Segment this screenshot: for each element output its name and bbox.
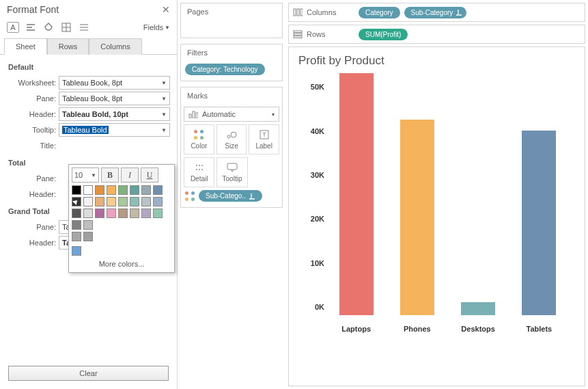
label-pane: Pane: bbox=[8, 94, 56, 103]
color-swatch[interactable] bbox=[72, 232, 81, 241]
color-swatch[interactable] bbox=[83, 185, 93, 195]
marks-detail-button[interactable]: Detail bbox=[184, 157, 214, 187]
bar-icon bbox=[188, 110, 198, 118]
svg-point-4 bbox=[227, 135, 230, 138]
clear-button[interactable]: Clear bbox=[8, 366, 169, 381]
color-swatch[interactable] bbox=[153, 209, 163, 218]
svg-point-12 bbox=[199, 169, 200, 170]
color-swatch[interactable] bbox=[141, 197, 151, 206]
color-swatch[interactable] bbox=[153, 197, 163, 206]
more-colors-link[interactable]: More colors... bbox=[72, 256, 171, 269]
color-swatch[interactable] bbox=[72, 209, 81, 218]
svg-rect-19 bbox=[294, 33, 302, 36]
svg-rect-2 bbox=[193, 111, 195, 118]
marks-size-button[interactable]: Size bbox=[216, 124, 247, 155]
bar[interactable] bbox=[522, 131, 556, 315]
y-tick: 30K bbox=[298, 171, 324, 179]
marks-tooltip-button[interactable]: Tooltip bbox=[216, 157, 247, 187]
tab-sheet[interactable]: Sheet bbox=[4, 38, 47, 55]
color-swatch[interactable] bbox=[83, 209, 93, 218]
svg-rect-17 bbox=[300, 9, 303, 16]
color-swatch[interactable] bbox=[72, 246, 81, 256]
default-header-dropdown[interactable]: Tableau Bold, 10pt▼ bbox=[59, 107, 170, 121]
label-worksheet: Worksheet: bbox=[8, 79, 56, 87]
color-swatch[interactable] bbox=[130, 209, 139, 218]
x-label: Desktops bbox=[461, 325, 495, 333]
svg-rect-20 bbox=[294, 36, 302, 38]
columns-shelf-label: Columns bbox=[307, 8, 336, 16]
svg-rect-3 bbox=[196, 113, 198, 118]
close-icon[interactable]: ✕ bbox=[162, 4, 170, 15]
color-swatch[interactable] bbox=[130, 185, 139, 195]
color-swatch[interactable] bbox=[95, 185, 104, 195]
default-tooltip-dropdown[interactable]: Tableau Bold▼ bbox=[59, 123, 170, 137]
bar[interactable] bbox=[461, 302, 495, 315]
svg-point-11 bbox=[196, 169, 197, 170]
svg-point-13 bbox=[201, 169, 203, 170]
color-swatch[interactable] bbox=[118, 197, 128, 206]
label-icon: T bbox=[260, 129, 269, 140]
bar[interactable] bbox=[400, 120, 434, 315]
marks-pill-subcategory[interactable]: Sub-Catego.. bbox=[199, 190, 262, 202]
tab-columns[interactable]: Columns bbox=[89, 38, 141, 55]
y-tick: 10K bbox=[298, 259, 324, 267]
color-swatch[interactable] bbox=[141, 185, 151, 195]
section-default: Default bbox=[8, 59, 170, 74]
color-swatch[interactable] bbox=[141, 209, 151, 218]
size-icon bbox=[226, 129, 237, 140]
svg-rect-14 bbox=[227, 163, 237, 170]
color-swatch[interactable] bbox=[118, 185, 128, 195]
color-dots-icon bbox=[185, 191, 195, 201]
color-swatch[interactable] bbox=[95, 209, 104, 218]
font-icon[interactable]: A bbox=[7, 22, 19, 33]
y-tick: 50K bbox=[298, 83, 324, 91]
rows-shelf[interactable]: Rows SUM(Profit) bbox=[288, 25, 585, 44]
sort-icon bbox=[456, 9, 462, 16]
borders-icon[interactable] bbox=[60, 22, 72, 33]
color-swatch[interactable] bbox=[107, 185, 116, 195]
alignment-icon[interactable] bbox=[25, 22, 37, 33]
svg-point-10 bbox=[201, 165, 203, 166]
lines-icon[interactable] bbox=[78, 22, 90, 33]
italic-button[interactable]: I bbox=[121, 167, 139, 183]
bar[interactable] bbox=[339, 73, 374, 315]
sort-icon bbox=[249, 193, 255, 200]
color-swatch[interactable] bbox=[72, 197, 81, 206]
underline-button[interactable]: U bbox=[141, 167, 158, 183]
columns-icon bbox=[293, 8, 303, 16]
tab-rows[interactable]: Rows bbox=[47, 38, 89, 55]
color-swatch[interactable] bbox=[83, 197, 93, 206]
label-pane-total: Pane: bbox=[8, 174, 56, 183]
color-swatch[interactable] bbox=[72, 220, 81, 230]
color-swatch[interactable] bbox=[95, 197, 104, 206]
label-tooltip: Tooltip: bbox=[8, 126, 56, 134]
color-swatch[interactable] bbox=[107, 209, 116, 218]
default-pane-dropdown[interactable]: Tableau Book, 8pt▼ bbox=[59, 92, 170, 105]
marks-color-button[interactable]: Color bbox=[184, 124, 214, 155]
shading-icon[interactable] bbox=[42, 22, 55, 33]
svg-point-9 bbox=[199, 165, 200, 166]
color-swatch[interactable] bbox=[83, 232, 93, 241]
filter-pill-category[interactable]: Category: Technology bbox=[185, 64, 265, 75]
caret-down-icon: ▼ bbox=[165, 25, 170, 31]
color-swatch[interactable] bbox=[153, 185, 163, 195]
fields-dropdown[interactable]: Fields ▼ bbox=[143, 23, 170, 31]
worksheet-dropdown[interactable]: Tableau Book, 8pt▼ bbox=[59, 76, 170, 90]
svg-rect-15 bbox=[294, 9, 296, 16]
color-swatch[interactable] bbox=[72, 185, 81, 195]
color-swatch[interactable] bbox=[83, 220, 93, 230]
columns-shelf[interactable]: Columns Category Sub-Category bbox=[288, 3, 585, 22]
pill-profit[interactable]: SUM(Profit) bbox=[359, 29, 408, 40]
bold-button[interactable]: B bbox=[101, 167, 119, 183]
pill-subcategory[interactable]: Sub-Category bbox=[404, 7, 467, 18]
svg-rect-1 bbox=[189, 114, 191, 118]
marks-type-dropdown[interactable]: Automatic ▾ bbox=[184, 107, 279, 122]
svg-text:T: T bbox=[262, 131, 266, 138]
pill-category[interactable]: Category bbox=[359, 7, 400, 18]
color-swatch[interactable] bbox=[107, 197, 116, 206]
color-swatch[interactable] bbox=[118, 209, 128, 218]
color-swatch[interactable] bbox=[130, 197, 139, 206]
marks-label-button[interactable]: T Label bbox=[249, 124, 279, 155]
font-size-input[interactable]: 10▼ bbox=[72, 167, 99, 183]
svg-point-5 bbox=[231, 132, 236, 137]
